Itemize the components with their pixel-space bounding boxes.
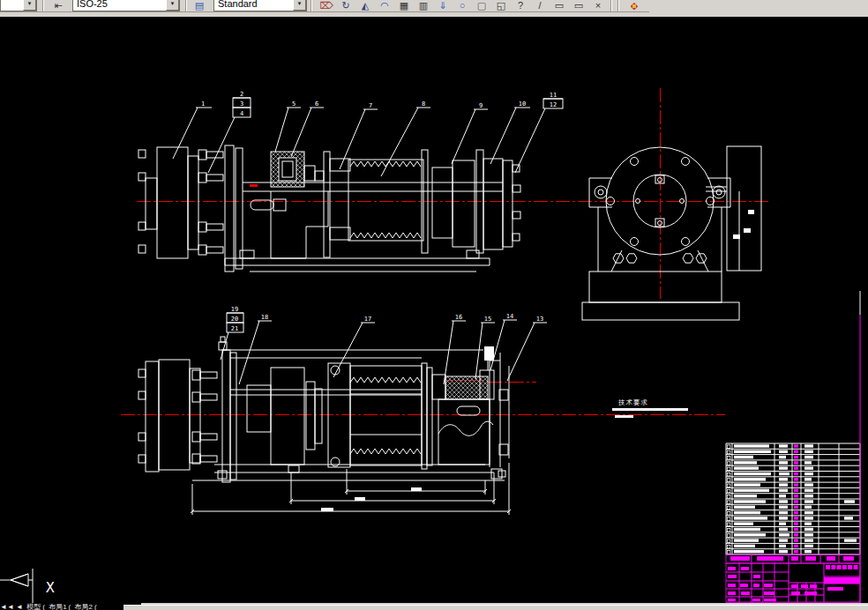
svg-text:12: 12 bbox=[550, 101, 557, 108]
mirror-icon[interactable]: ◭ bbox=[356, 0, 374, 11]
text-style-value: Standard bbox=[214, 0, 293, 11]
text-style-combo[interactable]: Standard ▼ bbox=[213, 0, 307, 11]
tab-separator: ( bbox=[94, 603, 97, 610]
svg-text:9: 9 bbox=[479, 102, 483, 109]
svg-text:1: 1 bbox=[201, 100, 205, 108]
toolbar-separator bbox=[311, 0, 312, 11]
svg-text:5: 5 bbox=[292, 100, 296, 108]
down-arrow-icon[interactable]: ⇓ bbox=[434, 0, 452, 11]
slash-icon[interactable]: / bbox=[531, 0, 549, 11]
svg-text:18: 18 bbox=[261, 314, 268, 321]
svg-text:16: 16 bbox=[455, 314, 462, 321]
bottom-section-view bbox=[138, 337, 511, 515]
parts-table-and-title-block bbox=[250, 184, 860, 603]
arc-dimension-icon[interactable]: ◠ bbox=[376, 0, 393, 11]
callouts-top: 1 2 3 4 5 6 7 8 9 10 11 12 bbox=[173, 91, 563, 176]
layer-combo[interactable]: ▼ bbox=[0, 0, 37, 11]
svg-text:15: 15 bbox=[484, 316, 491, 323]
svg-text:2: 2 bbox=[240, 91, 243, 98]
dashed-box-icon[interactable]: ▢ bbox=[473, 0, 490, 11]
help-icon[interactable]: ? bbox=[512, 0, 529, 11]
grid-cells-icon[interactable]: ▦ bbox=[395, 0, 413, 11]
refresh-icon[interactable]: ↻ bbox=[337, 0, 355, 11]
render-icon-accent bbox=[632, 4, 636, 8]
callouts-bottom: 13 14 15 16 17 18 19 20 21 bbox=[221, 306, 547, 384]
corner-box-icon[interactable]: ◱ bbox=[492, 0, 510, 11]
dropdown-arrow-icon[interactable]: ▼ bbox=[23, 0, 36, 11]
layout-tab-bar: ◄◄ ◄ 模型( 布局1( 布局2( bbox=[0, 603, 141, 610]
svg-text:17: 17 bbox=[364, 316, 371, 323]
dim-style-value: ISO-25 bbox=[73, 0, 166, 11]
close-x-icon[interactable]: × bbox=[589, 0, 607, 11]
dropdown-arrow-icon[interactable]: ▼ bbox=[293, 0, 306, 11]
svg-text:10: 10 bbox=[519, 100, 526, 108]
svg-text:14: 14 bbox=[506, 313, 513, 320]
tab-scroll-buttons[interactable]: ◄◄ ◄ bbox=[0, 603, 23, 610]
svg-text:6: 6 bbox=[315, 100, 318, 108]
ucs-x-label: X bbox=[46, 579, 55, 596]
cad-application-window: { "toolbar": { "dim_style_value": "ISO-2… bbox=[0, 0, 868, 610]
rect2-icon[interactable]: ▭ bbox=[570, 0, 587, 11]
dimension-lines bbox=[192, 491, 509, 511]
circle-icon[interactable]: ○ bbox=[453, 0, 471, 11]
dim-update-icon[interactable]: ⇤ bbox=[49, 0, 67, 11]
svg-text:7: 7 bbox=[369, 102, 372, 109]
svg-text:4: 4 bbox=[240, 110, 243, 117]
tab-layout1[interactable]: 布局1 bbox=[49, 603, 66, 610]
status-bar bbox=[123, 605, 868, 610]
tab-separator: ( bbox=[69, 603, 71, 610]
toolbar-edge bbox=[0, 11, 649, 12]
centerlines bbox=[121, 88, 769, 415]
tab-model[interactable]: 模型 bbox=[26, 603, 41, 610]
render-icon[interactable]: ◆ bbox=[625, 0, 642, 11]
end-view bbox=[582, 146, 860, 320]
dim-style-combo[interactable]: ISO-25 ▼ bbox=[72, 0, 180, 11]
svg-text:8: 8 bbox=[422, 100, 425, 108]
toolbar-separator bbox=[42, 0, 44, 11]
svg-text:21: 21 bbox=[231, 325, 238, 332]
toolbar-separator bbox=[610, 0, 612, 11]
rect-icon[interactable]: ▭ bbox=[550, 0, 568, 11]
tab-separator: ( bbox=[42, 603, 45, 610]
svg-text:20: 20 bbox=[231, 316, 238, 323]
svg-text:19: 19 bbox=[231, 306, 238, 313]
toolbar-separator bbox=[617, 0, 619, 11]
svg-text:3: 3 bbox=[240, 100, 243, 108]
svg-text:11: 11 bbox=[550, 92, 557, 99]
layer-combo-value bbox=[1, 10, 23, 11]
ucs-icon: X bbox=[0, 569, 55, 603]
toolbar-separator bbox=[185, 0, 187, 11]
top-section-view bbox=[138, 145, 520, 272]
drawing-canvas[interactable]: 1 2 3 4 5 6 7 8 9 10 11 12 13 14 15 16 1… bbox=[0, 17, 868, 603]
tech-requirements-title: 技术要求 bbox=[617, 398, 648, 406]
tab-layout2[interactable]: 布局2 bbox=[74, 603, 92, 610]
tech-requirements: 技术要求 bbox=[617, 398, 648, 406]
svg-text:13: 13 bbox=[536, 316, 543, 323]
erase-icon[interactable]: ⌦ bbox=[318, 0, 335, 11]
drawing-svg[interactable]: 1 2 3 4 5 6 7 8 9 10 11 12 13 14 15 16 1… bbox=[0, 17, 868, 603]
grid-columns-icon[interactable]: ▥ bbox=[415, 0, 432, 11]
top-toolbar: ▼ ⇤ ISO-25 ▼ ▤ Standard ▼ ⌦↻◭◠▦▥⇓○▢◱?/▭▭… bbox=[0, 0, 868, 17]
dropdown-arrow-icon[interactable]: ▼ bbox=[166, 0, 179, 11]
table-style-icon[interactable]: ▤ bbox=[191, 0, 208, 11]
